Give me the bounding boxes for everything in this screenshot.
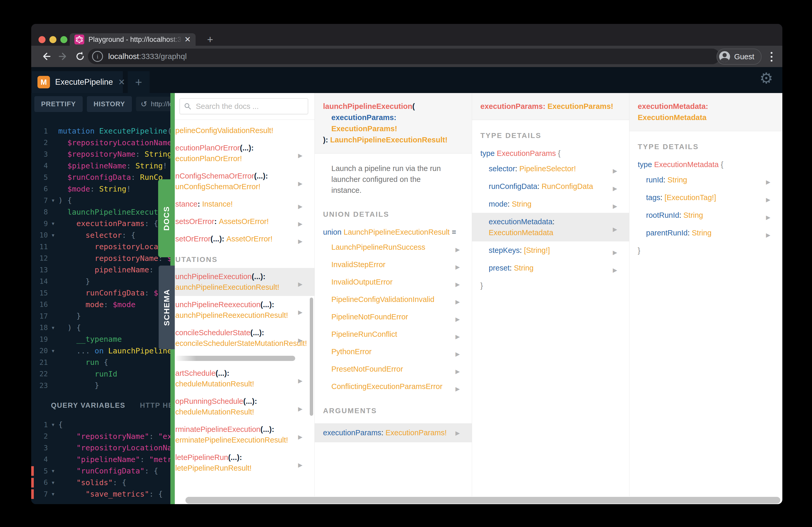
code-line[interactable]: 17 } bbox=[31, 310, 175, 322]
site-info-icon[interactable]: i bbox=[92, 51, 103, 62]
chevron-right-icon[interactable]: ▶ bbox=[455, 314, 460, 325]
chevron-right-icon[interactable]: ▶ bbox=[298, 460, 303, 470]
chevron-right-icon[interactable]: ▶ bbox=[613, 247, 617, 258]
chevron-right-icon[interactable]: ▶ bbox=[766, 194, 770, 205]
union-member-item[interactable]: InvalidStepError▶ bbox=[315, 256, 472, 273]
code-line[interactable]: 4 "pipelineName": "metrics bbox=[31, 454, 175, 465]
add-query-tab-button[interactable]: + bbox=[128, 71, 149, 93]
chevron-right-icon[interactable]: ▶ bbox=[455, 297, 460, 307]
type-field-item[interactable]: rootRunId: String▶ bbox=[629, 206, 782, 224]
code-line[interactable]: 3 "repositoryLocationName" bbox=[31, 442, 175, 454]
variables-editor[interactable]: 1▾{2 "repositoryName": "exper3 "reposito… bbox=[31, 412, 175, 500]
union-member-item[interactable]: PipelineRunConflict▶ bbox=[315, 326, 472, 343]
chevron-right-icon[interactable]: ▶ bbox=[455, 262, 460, 272]
chevron-right-icon[interactable]: ▶ bbox=[298, 201, 303, 212]
type-field-item[interactable]: tags: [ExecutionTag!]▶ bbox=[629, 189, 782, 206]
type-field-item[interactable]: runConfigData: RunConfigData▶ bbox=[472, 178, 629, 195]
tab-query-variables[interactable]: QUERY VARIABLES bbox=[51, 402, 125, 409]
docs-search-input[interactable] bbox=[195, 102, 304, 111]
code-line[interactable]: 7▾ "save_metrics": { bbox=[31, 488, 175, 500]
code-line[interactable]: 5▾ "runConfigData": { bbox=[31, 465, 175, 477]
profile-button[interactable]: Guest bbox=[716, 49, 762, 65]
chevron-right-icon[interactable]: ▶ bbox=[455, 349, 460, 359]
chevron-right-icon[interactable]: ▶ bbox=[298, 307, 303, 318]
code-line[interactable]: 11 repositoryLocat bbox=[31, 241, 175, 253]
chevron-right-icon[interactable]: ▶ bbox=[298, 150, 303, 161]
code-line[interactable]: 2 "repositoryName": "exper bbox=[31, 431, 175, 442]
browser-tab[interactable]: Playground - http://localhost:3 ✕ bbox=[70, 33, 195, 46]
docs-field-item[interactable]: stance: Instance!▶ bbox=[175, 195, 315, 213]
query-tab-executepipeline[interactable]: M ExecutePipeline ✕ bbox=[32, 71, 123, 93]
code-line[interactable]: 5 $runConfigData: RunCo bbox=[31, 171, 175, 183]
code-line[interactable]: 21 run { bbox=[31, 357, 175, 368]
endpoint-reload-icon[interactable]: ↺ bbox=[141, 100, 147, 109]
forward-icon[interactable] bbox=[56, 49, 71, 64]
chevron-right-icon[interactable]: ▶ bbox=[613, 201, 617, 212]
docs-field-item[interactable]: unchPipelineReexecution(...):aunchPipeli… bbox=[175, 296, 315, 324]
chevron-right-icon[interactable]: ▶ bbox=[766, 212, 770, 223]
code-line[interactable]: 19 __typename bbox=[31, 333, 175, 345]
tab-docs[interactable]: DOCS bbox=[158, 179, 175, 257]
chevron-right-icon[interactable]: ▶ bbox=[298, 335, 303, 346]
docs-field-item[interactable]: opRunningSchedule(...):cheduleMutationRe… bbox=[175, 393, 315, 421]
reload-icon[interactable] bbox=[73, 49, 87, 64]
chevron-right-icon[interactable]: ▶ bbox=[766, 230, 770, 241]
union-member-item[interactable]: ConflictingExecutionParamsError▶ bbox=[315, 378, 472, 395]
chevron-right-icon[interactable]: ▶ bbox=[455, 279, 460, 290]
chevron-right-icon[interactable]: ▶ bbox=[298, 219, 303, 229]
query-code-editor[interactable]: 1mutation ExecutePipeline(2 $repositoryL… bbox=[31, 115, 175, 391]
browser-menu-icon[interactable] bbox=[766, 50, 777, 63]
chevron-right-icon[interactable]: ▶ bbox=[766, 177, 770, 187]
chevron-right-icon[interactable]: ▶ bbox=[613, 265, 617, 276]
union-member-item[interactable]: InvalidOutputError▶ bbox=[315, 273, 472, 291]
type-field-item[interactable]: selector: PipelineSelector!▶ bbox=[472, 160, 629, 178]
docs-field-item[interactable]: nConfigSchemaOrError(...):unConfigSchema… bbox=[175, 167, 315, 195]
code-line[interactable]: 1▾{ bbox=[31, 419, 175, 431]
code-line[interactable]: 2 $repositoryLocationName: bbox=[31, 137, 175, 149]
chevron-right-icon[interactable]: ▶ bbox=[298, 236, 303, 246]
docs-field-item[interactable]: setOrError(...): AssetOrError!▶ bbox=[175, 230, 315, 247]
docs-field-item[interactable]: artSchedule(...):cheduleMutationResult!▶ bbox=[175, 365, 315, 393]
query-tab-close-icon[interactable]: ✕ bbox=[118, 77, 125, 87]
zoom-window-button[interactable] bbox=[60, 36, 67, 43]
type-field-item[interactable]: parentRunId: String▶ bbox=[629, 224, 782, 242]
code-line[interactable]: 13 pipelineName: $pip bbox=[31, 264, 175, 276]
code-line[interactable]: 10▾ selector: { bbox=[31, 229, 175, 241]
union-member-item[interactable]: PipelineConfigValidationInvalid▶ bbox=[315, 291, 472, 308]
union-member-item[interactable]: LaunchPipelineRunSuccess▶ bbox=[315, 239, 472, 256]
union-member-item[interactable]: PresetNotFoundError▶ bbox=[315, 360, 472, 378]
type-field-item[interactable]: runId: String▶ bbox=[629, 171, 782, 189]
tab-http-headers[interactable]: HTTP HEADERS bbox=[140, 402, 175, 409]
prettify-button[interactable]: PRETTIFY bbox=[34, 96, 83, 112]
code-line[interactable]: 7▾) { bbox=[31, 195, 175, 206]
chevron-right-icon[interactable]: ▶ bbox=[455, 366, 460, 377]
code-line[interactable]: 14 } bbox=[31, 276, 175, 287]
chevron-right-icon[interactable]: ▶ bbox=[455, 430, 460, 437]
docs-horizontal-scrollbar[interactable] bbox=[186, 497, 780, 503]
type-field-item[interactable]: mode: String▶ bbox=[472, 195, 629, 213]
type-field-item[interactable]: executionMetadata:ExecutionMetadata▶ bbox=[472, 213, 629, 241]
docs-list-horizontal-scrollbar[interactable] bbox=[175, 356, 295, 361]
code-line[interactable]: 9▾ executionParams: { bbox=[31, 218, 175, 229]
tab-schema[interactable]: SCHEMA bbox=[159, 266, 175, 349]
close-window-button[interactable] bbox=[39, 36, 45, 43]
chevron-right-icon[interactable]: ▶ bbox=[298, 432, 303, 442]
docs-field-item[interactable]: pelineConfigValidationResult! bbox=[175, 122, 315, 139]
type-field-item[interactable]: stepKeys: [String!]▶ bbox=[472, 241, 629, 259]
code-line[interactable]: 6▾ "solids": { bbox=[31, 477, 175, 488]
code-line[interactable]: 4 $pipelineName: String! bbox=[31, 160, 175, 172]
code-line[interactable]: 16 mode: $mode bbox=[31, 299, 175, 311]
chevron-right-icon[interactable]: ▶ bbox=[298, 404, 303, 414]
docs-vertical-scrollbar[interactable] bbox=[310, 298, 313, 416]
chevron-right-icon[interactable]: ▶ bbox=[613, 166, 617, 177]
history-button[interactable]: HISTORY bbox=[87, 96, 132, 112]
code-line[interactable]: 22 runId bbox=[31, 368, 175, 380]
code-line[interactable]: 23 } bbox=[31, 380, 175, 391]
endpoint-input[interactable]: ↺ http://loc bbox=[136, 97, 175, 111]
minimize-window-button[interactable] bbox=[49, 36, 56, 43]
chevron-right-icon[interactable]: ▶ bbox=[455, 244, 460, 255]
back-icon[interactable] bbox=[39, 49, 53, 64]
chevron-right-icon[interactable]: ▶ bbox=[613, 224, 617, 235]
union-member-item[interactable]: PipelineNotFoundError▶ bbox=[315, 308, 472, 326]
chevron-right-icon[interactable]: ▶ bbox=[298, 279, 303, 289]
